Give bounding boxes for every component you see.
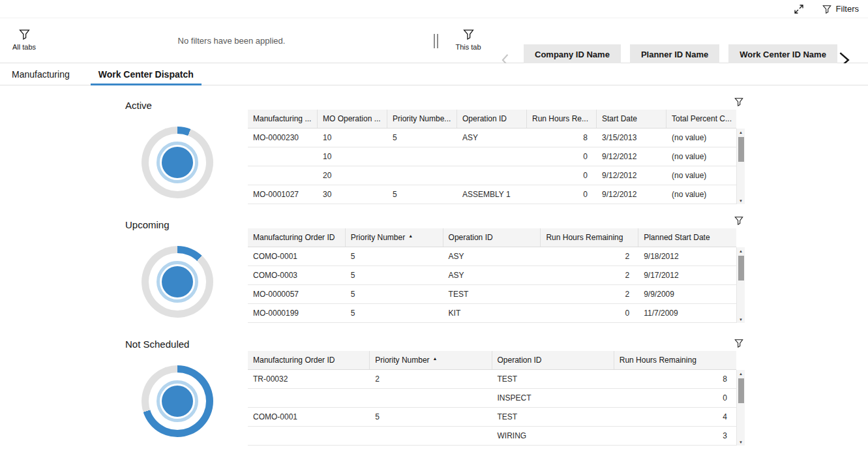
column-header[interactable]: MO Operation ...: [318, 110, 387, 128]
table-cell: 9/18/2012: [638, 247, 736, 266]
table-row[interactable]: 1009/12/2012(no value): [248, 147, 736, 166]
table-cell: 8: [614, 370, 736, 388]
expand-icon: [794, 4, 804, 14]
column-header[interactable]: Priority Numbe...: [387, 110, 457, 128]
table-cell: ASY: [443, 266, 541, 284]
table-cell: [248, 427, 370, 445]
active-section-filter-icon[interactable]: [734, 97, 743, 106]
table-cell: [370, 389, 492, 407]
table-row[interactable]: WIRING3: [248, 427, 736, 446]
upcoming-data-grid: Manufacturing Order IDPriority Number▲Op…: [248, 228, 736, 323]
table-cell: 0: [541, 304, 638, 322]
table-cell: [370, 427, 492, 445]
table-cell: ASY: [457, 129, 527, 147]
table-cell: 0: [527, 185, 597, 204]
column-header[interactable]: Start Date: [597, 110, 666, 128]
upcoming-section-filter-icon[interactable]: [734, 216, 743, 225]
scroll-up-icon[interactable]: ▲: [737, 247, 745, 254]
table-cell: KIT: [443, 304, 541, 322]
table-row[interactable]: INSPECT0: [248, 389, 736, 408]
vertical-scrollbar[interactable]: ▲ ▼: [736, 129, 745, 204]
filter-chip-work-center-id-name[interactable]: Work Center ID Name: [728, 44, 837, 64]
tab-manufacturing[interactable]: Manufacturing: [12, 63, 70, 85]
table-cell: TR-00032: [248, 370, 370, 388]
scroll-down-icon[interactable]: ▼: [737, 316, 745, 323]
table-cell: ASY: [443, 247, 541, 266]
table-cell: INSPECT: [492, 389, 614, 407]
tab-work-center-dispatch[interactable]: Work Center Dispatch: [91, 63, 202, 85]
upcoming-donut-chart[interactable]: [142, 246, 213, 318]
table-row[interactable]: MO-0001027305ASSEMBLY 109/12/2012(no val…: [248, 185, 736, 204]
section-title-not-scheduled: Not Scheduled: [125, 339, 189, 350]
filter-chip-planner-id-name[interactable]: Planner ID Name: [630, 44, 719, 64]
scroll-up-icon[interactable]: ▲: [737, 370, 745, 377]
not-scheduled-donut-chart[interactable]: [142, 365, 213, 437]
active-table: Manufacturing ...MO Operation ...Priorit…: [248, 110, 745, 204]
table-cell: 9/9/2009: [638, 285, 736, 303]
table-row[interactable]: COMO-00035ASY29/17/2012: [248, 266, 736, 285]
table-row[interactable]: 2009/12/2012(no value): [248, 166, 736, 185]
expand-button[interactable]: [794, 4, 804, 14]
column-header[interactable]: Operation ID: [492, 351, 614, 369]
table-header-row: Manufacturing Order IDPriority Number▲Op…: [248, 351, 736, 370]
vertical-scrollbar[interactable]: ▲ ▼: [736, 247, 745, 323]
table-row[interactable]: COMO-00015TEST4: [248, 408, 736, 427]
column-header[interactable]: Run Hours Remaining: [614, 351, 736, 369]
column-header[interactable]: Run Hours Remaining: [541, 228, 638, 247]
filter-funnel-icon: [822, 5, 831, 14]
column-header[interactable]: Priority Number▲: [370, 351, 492, 369]
sort-ascending-icon: ▲: [408, 234, 413, 238]
column-header[interactable]: Manufacturing ...: [248, 110, 318, 128]
scroll-up-icon[interactable]: ▲: [737, 129, 745, 136]
dashboard-tab-bar: Manufacturing Work Center Dispatch: [0, 63, 868, 85]
vertical-scrollbar[interactable]: ▲ ▼: [736, 370, 745, 446]
table-row[interactable]: MO-00001995KIT011/7/2009: [248, 304, 736, 323]
top-bar: Filters: [0, 0, 868, 18]
table-cell: 2: [541, 247, 638, 266]
table-cell: [387, 166, 457, 185]
scroll-down-icon[interactable]: ▼: [737, 438, 745, 446]
section-title-upcoming: Upcoming: [125, 219, 170, 230]
panel-divider-handle[interactable]: [434, 34, 438, 48]
filter-chip-company-id-name[interactable]: Company ID Name: [524, 44, 621, 64]
scroll-down-icon[interactable]: ▼: [737, 197, 745, 204]
not-scheduled-section-filter-icon[interactable]: [734, 339, 743, 348]
all-tabs-filter-button[interactable]: All tabs: [8, 29, 40, 51]
table-cell: (no value): [666, 166, 736, 185]
all-tabs-label: All tabs: [12, 43, 36, 51]
table-cell: 9/17/2012: [638, 266, 736, 284]
column-header[interactable]: Planned Start Date: [638, 228, 736, 247]
scrollbar-thumb[interactable]: [738, 378, 744, 403]
table-cell: [248, 389, 370, 407]
table-cell: [248, 166, 318, 185]
column-header[interactable]: Run Hours Re...: [527, 110, 597, 128]
column-header[interactable]: Manufacturing Order ID: [248, 228, 346, 247]
scrollbar-thumb[interactable]: [738, 256, 744, 281]
filter-funnel-icon: [463, 29, 474, 40]
table-cell: 2: [370, 370, 492, 388]
table-row[interactable]: COMO-00015ASY29/18/2012: [248, 247, 736, 266]
table-cell: 2: [541, 266, 638, 284]
table-cell: WIRING: [492, 427, 614, 445]
column-header[interactable]: Operation ID: [443, 228, 541, 247]
table-cell: 9/12/2012: [597, 147, 666, 166]
table-row[interactable]: MO-0000230105ASY83/15/2013(no value): [248, 129, 736, 147]
table-row[interactable]: TR-000322TEST8: [248, 370, 736, 389]
column-header[interactable]: Manufacturing Order ID: [248, 351, 370, 369]
scrollbar-thumb[interactable]: [738, 137, 744, 162]
filter-bar: All tabs No filters have been applied. T…: [0, 18, 868, 63]
column-header[interactable]: Priority Number▲: [346, 228, 443, 247]
table-cell: 11/7/2009: [638, 304, 736, 322]
table-cell: COMO-0003: [248, 266, 346, 284]
not-scheduled-table: Manufacturing Order IDPriority Number▲Op…: [248, 351, 745, 446]
active-donut-chart[interactable]: [142, 127, 213, 198]
table-cell: 9/12/2012: [597, 185, 666, 204]
column-header[interactable]: Operation ID: [457, 110, 527, 128]
filters-button[interactable]: Filters: [822, 4, 859, 14]
filter-chip-list: Company ID Name Planner ID Name Work Cen…: [524, 44, 837, 64]
table-cell: MO-0001027: [248, 185, 318, 204]
table-cell: 0: [614, 389, 736, 407]
column-header[interactable]: Total Percent C...: [666, 110, 736, 128]
table-row[interactable]: MO-00000575TEST29/9/2009: [248, 285, 736, 304]
this-tab-filter-button[interactable]: This tab: [453, 29, 484, 51]
